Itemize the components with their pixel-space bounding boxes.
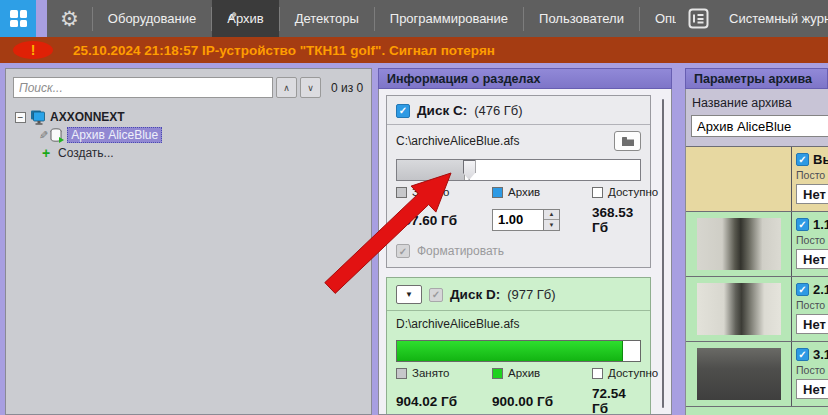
archive-name-label: Название архива: [686, 89, 828, 115]
tab-archive[interactable]: ✎ Архив: [212, 0, 278, 37]
disk-d-archive-value: 900.00 Гб: [492, 391, 592, 409]
available-swatch: [592, 368, 603, 379]
disk-c-legend: Занято Архив Доступно: [387, 183, 650, 199]
disk-d-path: D:\archiveAliceBlue.afs: [396, 317, 519, 331]
tab-programming[interactable]: Программирование: [375, 0, 523, 37]
main-tab-bar: ⚙ Оборудование ✎ Архив Детекторы Програм…: [47, 0, 709, 37]
format-label: Форматировать: [417, 244, 504, 258]
record-mode-dropdown[interactable]: Нет: [796, 184, 828, 204]
pencil-edit-icon: ✎: [227, 0, 237, 36]
occupied-swatch: [396, 187, 407, 198]
available-swatch: [592, 187, 603, 198]
disk-d-legend: Занято Архив Доступно: [387, 364, 650, 380]
disk-c-values: 107.60 Гб ▲ ▼ 368.53 Гб: [387, 199, 650, 236]
disk-d-checkbox[interactable]: [429, 288, 443, 302]
scrollbar-thumb[interactable]: [662, 99, 664, 408]
gear-icon[interactable]: ⚙: [47, 0, 92, 37]
disk-d-usage-bar: [396, 340, 641, 362]
folder-icon: [621, 136, 635, 147]
disk-d-collapse-button[interactable]: ▼: [396, 285, 422, 304]
tree-node-server[interactable]: − AXXONNEXT: [15, 108, 367, 126]
spin-down-icon[interactable]: ▼: [544, 219, 559, 230]
spin-up-icon[interactable]: ▲: [544, 210, 559, 220]
divider: [791, 342, 792, 406]
tree-node-archive-label: Архив AliceBlue: [67, 127, 162, 143]
record-mode-dropdown[interactable]: Нет: [796, 379, 828, 399]
search-next-button[interactable]: ∨: [300, 77, 321, 98]
camera-label: 3.1: [813, 347, 828, 362]
disk-d-label: Диск D:: [450, 287, 500, 302]
slider-fill: [397, 160, 465, 180]
alert-exclamation-icon: !: [13, 41, 53, 59]
camera-checkbox[interactable]: [796, 218, 809, 231]
panel-scrollbar[interactable]: [658, 99, 668, 408]
legend-available-label: Доступно: [608, 367, 658, 379]
disk-c-checkbox[interactable]: [396, 104, 410, 118]
disk-d-path-row: D:\archiveAliceBlue.afs: [387, 311, 650, 336]
search-row: ∧ ∨ 0 из 0: [6, 69, 371, 102]
legend-archive-label: Архив: [508, 186, 540, 198]
search-input[interactable]: [13, 77, 273, 98]
archive-params-content: Название архива Вы Посто Нет: [685, 89, 828, 415]
archive-size-spinner: ▲ ▼: [492, 209, 592, 231]
camera-checkbox[interactable]: [796, 348, 809, 361]
thumb-cell-empty: [686, 147, 791, 211]
camera-row-partial: [686, 407, 828, 415]
alert-bar[interactable]: ! 25.10.2024 21:18:57 IP-устройство "ТКН…: [0, 37, 828, 63]
format-checkbox[interactable]: [396, 244, 410, 258]
camera-row: 1.1 Посто Нет: [686, 212, 828, 277]
camera-checkbox[interactable]: [796, 283, 809, 296]
occupied-swatch: [396, 368, 407, 379]
camera-thumbnail: [697, 283, 781, 335]
archive-swatch: [492, 368, 503, 379]
divider: [791, 147, 792, 211]
collapse-icon[interactable]: −: [15, 112, 26, 123]
partitions-panel-content: Диск C: (476 Гб) C:\archiveAliceBlue.afs…: [378, 89, 672, 415]
record-mode-label: Посто: [796, 364, 828, 376]
disk-d-values: 904.02 Гб 900.00 Гб 72.54 Гб: [387, 380, 650, 415]
browse-folder-button[interactable]: [614, 131, 641, 151]
archive-params-title: Параметры архива: [685, 68, 828, 89]
tab-users[interactable]: Пользователи: [524, 0, 639, 37]
tree-node-create-label: Создать...: [58, 146, 114, 160]
disk-c-path: C:\archiveAliceBlue.afs: [396, 134, 519, 148]
legend-available-label: Доступно: [608, 186, 658, 198]
record-mode-dropdown[interactable]: Нет: [796, 249, 828, 269]
tab-detectors[interactable]: Детекторы: [280, 0, 374, 37]
tab-equipment[interactable]: Оборудование: [93, 0, 211, 37]
format-row: Форматировать: [387, 236, 650, 267]
tree-node-archive[interactable]: ✎ Архив AliceBlue: [15, 126, 367, 144]
record-mode-label: Посто: [796, 234, 828, 246]
tree-node-server-label: AXXONNEXT: [50, 110, 125, 124]
legend-occupied-label: Занято: [412, 367, 449, 379]
disk-c-size: (476 Гб): [474, 103, 522, 118]
select-all-checkbox[interactable]: [796, 153, 809, 166]
system-log-label: Системный журнал: [719, 11, 828, 26]
divider: [791, 277, 792, 341]
camera-row: 2.1 Посто Нет: [686, 277, 828, 342]
alert-message: 25.10.2024 21:18:57 IP-устройство "ТКН11…: [73, 43, 495, 58]
select-all-row: Вы Посто Нет: [686, 147, 828, 212]
legend-occupied-label: Занято: [412, 186, 449, 198]
disk-c-header: Диск C: (476 Гб): [387, 96, 650, 125]
archive-name-input[interactable]: [691, 115, 828, 137]
archive-size-slider[interactable]: [396, 159, 641, 181]
partitions-panel-title: Информация о разделах: [378, 68, 672, 89]
disk-c-label: Диск C:: [417, 103, 467, 118]
record-mode-dropdown[interactable]: Нет: [796, 314, 828, 334]
camera-label: 2.1: [813, 282, 828, 297]
tree-node-create[interactable]: + Создать...: [15, 144, 367, 162]
camera-table: Вы Посто Нет 1.1 Посто Нет: [686, 146, 828, 415]
disk-d-available-value: 72.54 Гб: [592, 383, 641, 415]
partitions-info-panel: Информация о разделах Диск C: (476 Гб) C…: [378, 68, 672, 415]
disk-d-size: (977 Гб): [507, 287, 555, 302]
camera-label: 1.1: [813, 217, 828, 232]
disk-c-card: Диск C: (476 Гб) C:\archiveAliceBlue.afs…: [386, 95, 651, 268]
search-prev-button[interactable]: ∧: [276, 77, 297, 98]
app-launcher-button[interactable]: [0, 0, 36, 37]
archive-size-input[interactable]: [492, 209, 544, 231]
pencil-edit-icon: ✎: [39, 129, 48, 142]
server-icon: [30, 110, 46, 125]
system-log-bar[interactable]: Системный журнал: [676, 0, 828, 37]
legend-archive-label: Архив: [508, 367, 540, 379]
